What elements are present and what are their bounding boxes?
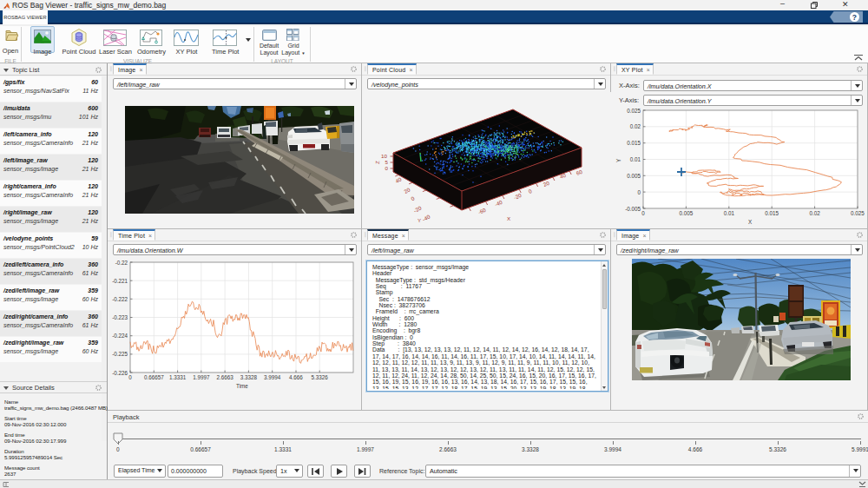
svg-text:0: 0 [385,165,389,171]
svg-text:0.02: 0.02 [809,210,820,216]
svg-text:X: X [748,219,753,225]
svg-text:Time: Time [236,383,248,389]
svg-text:3.3328: 3.3328 [240,374,258,380]
svg-text:0.66657: 0.66657 [144,374,164,380]
svg-text:1.3331: 1.3331 [169,374,187,380]
svg-text:3.9994: 3.9994 [264,374,281,380]
svg-text:5: 5 [385,159,389,165]
svg-text:0: 0 [128,374,132,380]
svg-text:-0.221: -0.221 [112,278,128,284]
svg-text:X: X [507,215,510,221]
svg-text:0.015: 0.015 [627,140,641,146]
svg-text:-0.223: -0.223 [112,314,128,320]
svg-text:1.9997: 1.9997 [193,374,210,380]
svg-text:0.01: 0.01 [630,156,641,162]
svg-text:4.666: 4.666 [289,374,303,380]
svg-text:0: 0 [637,189,641,195]
svg-text:-0.225: -0.225 [112,351,128,357]
svg-text:-0.226: -0.226 [112,370,128,376]
svg-text:0.02: 0.02 [630,123,641,129]
svg-text:-0.222: -0.222 [112,296,128,302]
svg-text:-0.22: -0.22 [115,260,128,266]
svg-text:0.01: 0.01 [724,210,735,216]
svg-text:Z: Z [374,161,380,164]
svg-text:Y: Y [418,217,421,223]
svg-text:10: 10 [381,153,387,159]
svg-text:0.015: 0.015 [765,210,779,216]
svg-text:-0.224: -0.224 [112,333,128,339]
svg-text:Y: Y [615,158,621,162]
svg-text:-0.005: -0.005 [625,206,641,212]
svg-text:0.025: 0.025 [627,108,641,114]
svg-text:0.025: 0.025 [851,210,865,216]
svg-text:5.3326: 5.3326 [312,374,329,380]
svg-text:0.005: 0.005 [680,210,694,216]
svg-text:0.005: 0.005 [627,173,641,179]
svg-text:2.6663: 2.6663 [216,374,233,380]
svg-text:0: 0 [641,210,645,216]
